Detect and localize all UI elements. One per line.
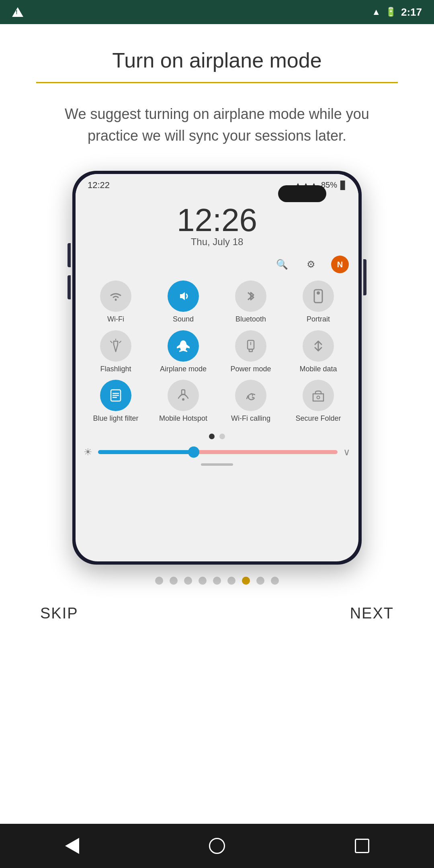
svg-point-13: [182, 398, 184, 401]
settings-icon[interactable]: ⚙: [302, 256, 320, 273]
qs-tile-sound[interactable]: Sound: [151, 280, 215, 324]
securefolder-label: Secure Folder: [295, 414, 341, 423]
pagination-dot-6[interactable]: [227, 577, 235, 585]
title-divider: [36, 82, 398, 83]
home-button[interactable]: [209, 838, 225, 854]
recents-button[interactable]: [355, 839, 369, 853]
brightness-filled: [98, 450, 194, 454]
wifi-label: Wi-Fi: [107, 315, 124, 324]
svg-line-3: [111, 341, 112, 343]
pagination-dot-4[interactable]: [199, 577, 207, 585]
phone-handle-bar: [201, 463, 233, 466]
svg-point-0: [115, 299, 117, 301]
wificalling-label: Wi-Fi calling: [231, 414, 270, 423]
pagination-dot-3[interactable]: [184, 577, 192, 585]
alert-icon: [12, 7, 23, 17]
portrait-label: Portrait: [307, 315, 330, 324]
phone-mockup: 12:22 ▲▲▲ 85% ▊ 12:26 Thu, July 18 🔍 ⚙ N: [72, 171, 362, 565]
brightness-empty: [194, 450, 338, 454]
phone-time: 12:22: [88, 180, 110, 190]
power-button: [363, 259, 366, 295]
mobiledata-icon: [303, 330, 334, 362]
pagination-dot-8[interactable]: [256, 577, 264, 585]
description-text: We suggest turning on airplane mode whil…: [52, 103, 382, 147]
bluetooth-label: Bluetooth: [235, 315, 266, 324]
sound-label: Sound: [173, 315, 194, 324]
securefolder-icon: [303, 380, 334, 411]
page-indicators: [76, 430, 358, 443]
main-content: Turn on airplane mode We suggest turning…: [0, 24, 434, 824]
back-button[interactable]: [65, 838, 79, 854]
next-button[interactable]: NEXT: [350, 605, 394, 622]
recents-square-icon: [355, 839, 369, 853]
phone-date: Thu, July 18: [191, 236, 244, 248]
phone-battery-icon: ▊: [340, 180, 346, 190]
pagination-dot-7[interactable]: [242, 577, 250, 585]
flashlight-label: Flashlight: [100, 365, 131, 374]
qs-tile-wifi[interactable]: Wi-Fi: [84, 280, 148, 324]
bluelight-label: Blue light filter: [93, 414, 138, 423]
pagination-dot-1[interactable]: [155, 577, 163, 585]
portrait-icon: [303, 280, 334, 312]
phone-handle: [76, 461, 358, 472]
qs-tile-power[interactable]: Power mode: [219, 330, 283, 374]
qs-header: 🔍 ⚙ N: [76, 252, 358, 277]
qs-tile-bluelight[interactable]: Blue light filter: [84, 380, 148, 423]
hotspot-icon: [168, 380, 199, 411]
sound-icon: [168, 280, 199, 312]
brightness-chevron-icon[interactable]: ∨: [343, 446, 350, 458]
qs-tile-flashlight[interactable]: Flashlight: [84, 330, 148, 374]
flashlight-icon: [100, 330, 131, 362]
bluelight-icon: [100, 380, 131, 411]
qs-tile-bluetooth[interactable]: Bluetooth: [219, 280, 283, 324]
qs-tile-airplane[interactable]: Airplane mode: [151, 330, 215, 374]
qs-tile-securefolder[interactable]: Secure Folder: [286, 380, 350, 423]
page-title: Turn on airplane mode: [112, 48, 321, 72]
pagination-dot-2[interactable]: [170, 577, 178, 585]
phone-clock-area: 12:26 Thu, July 18: [76, 196, 358, 252]
phone-screen: 12:22 ▲▲▲ 85% ▊ 12:26 Thu, July 18 🔍 ⚙ N: [76, 174, 358, 561]
skip-button[interactable]: SKIP: [40, 605, 78, 622]
brightness-thumb[interactable]: [188, 446, 199, 458]
status-time: 2:17: [401, 6, 422, 18]
power-icon: [235, 330, 266, 362]
svg-rect-7: [249, 349, 252, 352]
phone-clock: 12:26: [177, 204, 257, 236]
hotspot-label: Mobile Hotspot: [159, 414, 207, 423]
status-bar: ▲ 🔋 2:17: [0, 0, 434, 24]
home-circle-icon: [209, 838, 225, 854]
nav-buttons: SKIP NEXT: [16, 589, 418, 638]
wificalling-icon: [235, 380, 266, 411]
search-icon[interactable]: 🔍: [273, 256, 291, 273]
qs-tile-hotspot[interactable]: Mobile Hotspot: [151, 380, 215, 423]
wifi-icon: [100, 280, 131, 312]
page-dot-1: [209, 434, 215, 439]
brightness-bar[interactable]: ☀ ∨: [76, 443, 358, 461]
qs-tile-portrait[interactable]: Portrait: [286, 280, 350, 324]
qs-tile-wificalling[interactable]: Wi-Fi calling: [219, 380, 283, 423]
battery-icon: 🔋: [385, 7, 396, 17]
qs-grid: Wi-Fi Sound: [76, 277, 358, 430]
svg-point-15: [317, 396, 320, 399]
status-bar-right: ▲ 🔋 2:17: [372, 6, 422, 18]
notification-badge[interactable]: N: [331, 256, 349, 273]
svg-line-4: [119, 341, 121, 343]
volume-up-button: [68, 243, 71, 267]
status-bar-left: [12, 7, 23, 17]
camera-pill: [278, 185, 326, 202]
pagination-dot-9[interactable]: [271, 577, 279, 585]
pagination: [155, 565, 279, 589]
mobiledata-label: Mobile data: [299, 365, 337, 374]
pagination-dot-5[interactable]: [213, 577, 221, 585]
brightness-icon: ☀: [84, 446, 92, 458]
svg-point-2: [317, 291, 320, 295]
signal-icon: ▲: [372, 7, 381, 17]
qs-tile-mobiledata[interactable]: Mobile data: [286, 330, 350, 374]
bluetooth-icon: [235, 280, 266, 312]
back-triangle-icon: [65, 838, 79, 854]
volume-down-button: [68, 275, 71, 299]
power-label: Power mode: [230, 365, 271, 374]
page-dot-2: [219, 434, 225, 439]
brightness-track[interactable]: [98, 450, 338, 454]
airplane-icon: [168, 330, 199, 362]
